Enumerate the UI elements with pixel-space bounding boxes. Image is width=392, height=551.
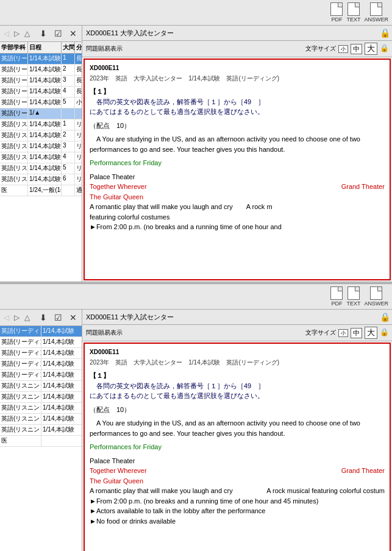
food-2: ►No food or drinks available (90, 516, 385, 527)
cell-subject: 英語(リーディン (0, 326, 41, 336)
section-label-1: 【１】 (90, 87, 385, 97)
answer-icon-top[interactable]: ANSWER (364, 2, 388, 23)
table-header-1: 学部学科 日程 大問 分↑ (0, 42, 82, 54)
table-row[interactable]: 英語(リーディング) 1/14,本試験 5 小 (0, 98, 82, 108)
close-btn-1[interactable]: ✕ (67, 27, 79, 40)
font-medium-btn-2[interactable]: 中 (351, 328, 362, 338)
nav-forward-1[interactable]: ▷ (13, 28, 21, 39)
nav-back-2[interactable]: ◁ (2, 312, 10, 323)
cell-date: 1/14,本試験 (28, 174, 62, 185)
section2-header-1: Performances for Friday (90, 158, 385, 168)
table-row[interactable]: 英語(リスニング) 1/14,本試験 4 リス (0, 152, 82, 163)
content-id-2: XD000E11 (90, 347, 385, 357)
font-large-btn-2[interactable]: 大 (365, 327, 377, 339)
nav-back-1[interactable]: ◁ (2, 28, 10, 39)
cell-date: 1/14,本試験 (41, 348, 82, 358)
venue-1: Palace Theater (90, 172, 385, 182)
table-row[interactable]: 英語(リスニン↑ 1/14,本試験 (0, 414, 82, 425)
table-row[interactable]: 英語(リーディング) 1/14,本試験 4 長 (0, 87, 82, 98)
cell-date (41, 436, 82, 446)
table-row[interactable]: 英語(リーディン 1/14,本試験 (0, 359, 82, 370)
section-label-2: 【１】 (90, 371, 385, 381)
download-btn-2[interactable]: ⬇ (37, 311, 49, 324)
cell-date: 1/14,本試験 (41, 392, 82, 402)
passage-section-1: A You are studying in the US, and as an … (90, 134, 385, 154)
cell-subject: 英語(リスニン↑ (0, 414, 41, 424)
table-row[interactable]: 英語(リーディング) 1/14,本試験 2 長 (0, 65, 82, 76)
table-row[interactable]: 英語(リーディング) 1/14,本試験 3 長 (0, 76, 82, 87)
desc2-1: featuring colorful costumes (90, 212, 385, 222)
left-toolbar-2: ◁ ▷ △ ⬇ ☑ ✕ (0, 310, 82, 326)
font-small-btn-2[interactable]: 小 (338, 329, 348, 337)
pdf-icon-2[interactable]: PDF (330, 286, 343, 307)
text-icon-top[interactable]: TEXT (346, 2, 360, 23)
cell-date: 1/24,一般(1年) (28, 185, 62, 196)
table-row[interactable]: 英語(リーディン 1/14,本試験 (0, 370, 82, 381)
right-title-2: XD000E11 大学入試センター (86, 313, 174, 322)
cell-subject: 英語(リーディング) (0, 54, 28, 64)
download-btn-1[interactable]: ⬇ (37, 27, 49, 40)
cell-mondai: 3 (62, 76, 75, 86)
cell-subject: 英語(リーディン (0, 348, 41, 358)
desc1-1: A romantic play that will make you laugh… (90, 202, 385, 212)
content-area-2[interactable]: XD000E11 2023年 英語 大学入試センター 1/14,本試験 英語(リ… (84, 343, 391, 551)
col-header-date: 日程 (28, 42, 62, 53)
answer-icon-2[interactable]: ANSWER (364, 286, 388, 307)
right-panel-1: XD000E11 大学入試センター 🔒 問題顕易表示 文字サイズ 小 中 大 🔒… (82, 26, 392, 282)
desc1-left-2: A romantic play that will make you laugh… (90, 486, 385, 496)
table-row[interactable]: 英語(リスニン↑ 1/14,本試験 (0, 392, 82, 403)
table-row[interactable]: 英語(リーディング) 1/▲ → (0, 108, 82, 119)
instruction-2: 各問の英文や図表を読み，解答番号［１］から［49 ］ にあてはまるものとして最も… (90, 381, 385, 401)
venue-section-1: Palace Theater Together Wherever Grand T… (90, 172, 385, 232)
table-row[interactable]: 英語(リーディング) 1/14,本試験 1 長 (0, 54, 82, 65)
table-row[interactable]: 英語(リスニン↑ 1/14,本試験 (0, 381, 82, 392)
cell-subject: 英語(リーディン (0, 337, 41, 347)
cell-bun: 長 (75, 65, 82, 75)
pdf-icon-top[interactable]: PDF (330, 2, 343, 23)
cell-date: 1/14,本試験 (28, 119, 62, 130)
points-section-1: （配点 10） (90, 121, 385, 131)
shows-1: Together Wherever Grand Theater The Guit… (90, 182, 385, 202)
table-row[interactable]: 英語(リスニング) 1/14,本試験 2 リス (0, 130, 82, 141)
close-btn-2[interactable]: ✕ (67, 311, 79, 324)
cell-date: 1/14,本試験 (41, 381, 82, 391)
content-area-1[interactable]: XD000E11 2023年 英語 大学入試センター 1/14,本試験 英語(リ… (84, 59, 391, 280)
lock-icon-bar-1: 🔒 (380, 44, 388, 54)
col-header-subject: 学部学科 (0, 42, 28, 53)
cell-bun (75, 108, 82, 119)
nav-up-2[interactable]: △ (23, 312, 31, 323)
checkbox-btn-2[interactable]: ☑ (52, 311, 65, 324)
content-section-1: 【１】 各問の英文や図表を読み，解答番号［１］から［49 ］ にあてはまるものと… (90, 87, 385, 117)
panel2: ◁ ▷ △ ⬇ ☑ ✕ 英語(リーディン 1/14,本試験 英語(リーディン 1… (0, 310, 392, 551)
font-medium-btn-1[interactable]: 中 (351, 44, 362, 54)
table-row[interactable]: 英語(リスニン↑ 1/14,本試験 (0, 425, 82, 436)
table-row[interactable]: 英語(リスニング) 1/14,本試験 6 リス (0, 174, 82, 185)
table-row[interactable]: 英語(リーディン 1/14,本試験 (0, 348, 82, 359)
text-icon-2[interactable]: TEXT (346, 286, 360, 307)
checkbox-btn-1[interactable]: ☑ (52, 27, 65, 40)
cell-date: 1/14,本試験 (28, 163, 62, 174)
right-panel-2: XD000E11 大学入試センター 🔒 問題顕易表示 文字サイズ 小 中 大 🔒… (82, 310, 392, 551)
mondai-label-2: 問題顕易表示 (86, 329, 123, 337)
table-row[interactable]: 英語(リスニン↑ 1/14,本試験 (0, 403, 82, 414)
cell-bun: 長 (75, 87, 82, 97)
nav-up-1[interactable]: △ (23, 28, 31, 39)
table-row[interactable]: 英語(リーディン 1/14,本試験 (0, 337, 82, 348)
cell-subject: 英語(リスニン↑ (0, 392, 41, 402)
table-row[interactable]: 医 1/24,一般(1年) 通↑ (0, 185, 82, 196)
table-row[interactable]: 英語(リスニング) 1/14,本試験 1 リス (0, 119, 82, 130)
shows-2: Together Wherever Grand Theater The Guit… (90, 466, 385, 486)
nav-forward-2[interactable]: ▷ (13, 312, 21, 323)
table-row[interactable]: 医 (0, 436, 82, 447)
font-small-btn-1[interactable]: 小 (338, 45, 348, 53)
time-2: ►From 2:00 p.m. (no breaks and a running… (90, 496, 385, 507)
font-large-btn-1[interactable]: 大 (365, 43, 377, 55)
table-row[interactable]: 英語(リスニング) 1/14,本試験 3 リス (0, 141, 82, 152)
cell-date: 1/14,本試験 (28, 152, 62, 163)
table-row[interactable]: 英語(リーディン 1/14,本試験 (0, 326, 82, 337)
cell-bun: リス (75, 141, 82, 152)
cell-mondai: 4 (62, 87, 75, 97)
lock-icon-1: 🔒 (380, 28, 388, 38)
table-row[interactable]: 英語(リスニング) 1/14,本試験 5 リス (0, 163, 82, 174)
cell-date: 1/14,本試験 (28, 76, 62, 86)
